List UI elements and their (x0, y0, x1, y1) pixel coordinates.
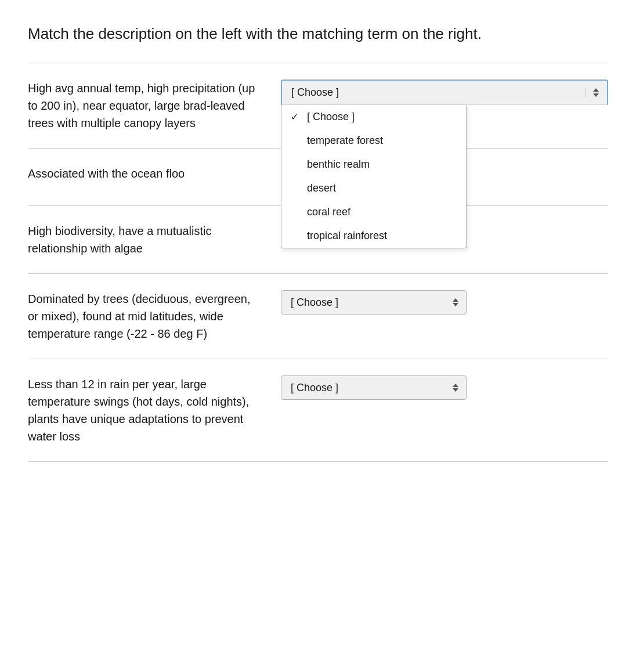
dropdown-item-1-desert[interactable]: desert (281, 176, 466, 200)
dropdown-item-1-tropical[interactable]: tropical rainforest (281, 224, 466, 248)
dropdown-item-1-benthic[interactable]: benthic realm (281, 153, 466, 176)
dropdown-item-label-1-desert: desert (307, 182, 336, 194)
select-cell-1: [ Choose ] ✓ [ Choose ] te (272, 63, 608, 149)
description-cell-5: Less than 12 in rain per year, large tem… (28, 359, 272, 462)
select-cell-4: [ Choose ] temperate forest benthic real… (272, 274, 608, 359)
page-title: Match the description on the left with t… (28, 23, 608, 44)
description-text-1: High avg annual temp, high precipitation… (28, 82, 255, 129)
table-row: High avg annual temp, high precipitation… (28, 63, 608, 149)
description-text-5: Less than 12 in rain per year, large tem… (28, 378, 249, 443)
dropdown-value-1: [ Choose ] (291, 86, 339, 99)
match-table: High avg annual temp, high precipitation… (28, 63, 608, 462)
description-text-4: Dominated by trees (deciduous, evergreen… (28, 292, 251, 340)
dropdown-arrows-1 (586, 88, 599, 97)
description-cell-4: Dominated by trees (deciduous, evergreen… (28, 274, 272, 359)
description-cell-3: High biodiversity, have a mutualistic re… (28, 206, 272, 274)
dropdown-list-1: ✓ [ Choose ] temperate forest benthic re… (281, 105, 467, 248)
dropdown-item-1-choose[interactable]: ✓ [ Choose ] (281, 105, 466, 129)
dropdown-item-label-1-temperate: temperate forest (307, 135, 383, 147)
dropdown-select-5[interactable]: [ Choose ] temperate forest benthic real… (281, 375, 467, 400)
table-row-5: Less than 12 in rain per year, large tem… (28, 359, 608, 462)
select-cell-5: [ Choose ] temperate forest benthic real… (272, 359, 608, 462)
description-text-3: High biodiversity, have a mutualistic re… (28, 225, 211, 255)
description-cell-1: High avg annual temp, high precipitation… (28, 63, 272, 149)
description-text-2: Associated with the ocean floo (28, 167, 185, 180)
dropdown-item-label-1-tropical: tropical rainforest (307, 230, 387, 242)
dropdown-wrapper-4: [ Choose ] temperate forest benthic real… (281, 290, 467, 315)
dropdown-item-label-1-benthic: benthic realm (307, 158, 370, 171)
table-row-4: Dominated by trees (deciduous, evergreen… (28, 274, 608, 359)
dropdown-item-1-temperate[interactable]: temperate forest (281, 129, 466, 153)
dropdown-wrapper-1: [ Choose ] ✓ [ Choose ] te (281, 80, 608, 105)
dropdown-wrapper-5: [ Choose ] temperate forest benthic real… (281, 375, 467, 400)
checkmark-icon-1: ✓ (291, 111, 302, 122)
dropdown-item-label-1-choose: [ Choose ] (307, 111, 355, 123)
dropdown-item-label-1-coral: coral reef (307, 206, 350, 218)
arrow-up-icon-1 (593, 88, 599, 92)
dropdown-item-1-coral[interactable]: coral reef (281, 200, 466, 224)
description-cell-2: Associated with the ocean floo (28, 149, 272, 206)
dropdown-trigger-1[interactable]: [ Choose ] (281, 80, 608, 105)
dropdown-select-4[interactable]: [ Choose ] temperate forest benthic real… (281, 290, 467, 315)
arrow-down-icon-1 (593, 93, 599, 97)
